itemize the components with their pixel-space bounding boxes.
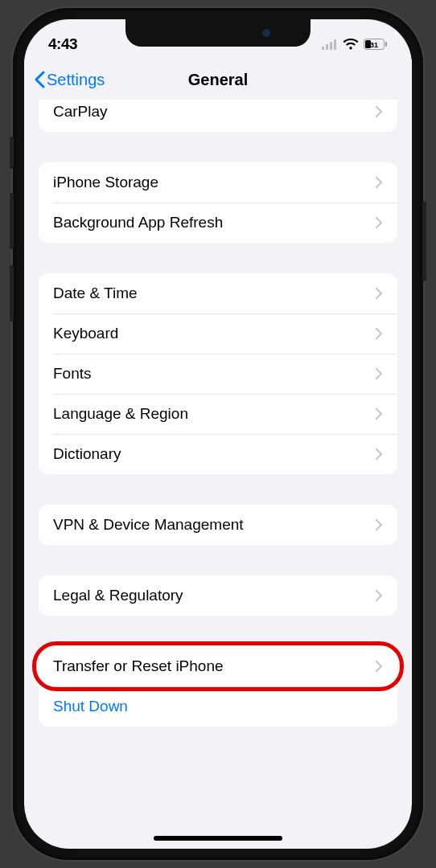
row-vpn-device-management[interactable]: VPN & Device Management (39, 505, 397, 545)
settings-group: iPhone Storage Background App Refresh (39, 162, 397, 243)
chevron-right-icon (375, 407, 383, 420)
row-label: Shut Down (53, 698, 128, 715)
status-right: 31 (322, 39, 388, 50)
svg-rect-6 (385, 42, 387, 47)
side-button (422, 201, 426, 281)
chevron-right-icon (375, 518, 383, 531)
row-label: Background App Refresh (53, 214, 223, 231)
row-keyboard[interactable]: Keyboard (39, 313, 397, 354)
svg-rect-0 (322, 47, 324, 50)
svg-rect-2 (330, 42, 332, 50)
row-iphone-storage[interactable]: iPhone Storage (39, 162, 397, 203)
chevron-right-icon (375, 660, 383, 673)
back-label: Settings (47, 71, 105, 89)
row-label: Legal & Regulatory (53, 587, 183, 604)
row-label: Fonts (53, 365, 92, 383)
row-carplay[interactable]: CarPlay (39, 100, 397, 132)
row-label: Date & Time (53, 285, 138, 302)
row-label: Dictionary (53, 445, 121, 463)
navigation-bar: Settings General (24, 59, 412, 100)
svg-rect-3 (334, 39, 336, 50)
phone-frame: 4:43 31 (13, 8, 423, 860)
row-transfer-reset-iphone[interactable]: Transfer or Reset iPhone (39, 646, 397, 686)
row-label: Language & Region (53, 405, 188, 423)
chevron-right-icon (375, 176, 383, 189)
chevron-right-icon (375, 327, 383, 340)
page-title: General (188, 71, 248, 89)
screen: 4:43 31 (24, 19, 412, 849)
settings-group: Date & Time Keyboard Fonts Language & Re… (39, 273, 397, 474)
chevron-right-icon (375, 448, 383, 461)
chevron-right-icon (375, 367, 383, 380)
settings-group: CarPlay (39, 100, 397, 132)
chevron-right-icon (375, 105, 383, 118)
side-button (10, 265, 14, 321)
chevron-right-icon (375, 589, 383, 602)
row-dictionary[interactable]: Dictionary (39, 434, 397, 474)
settings-group: Legal & Regulatory (39, 575, 397, 616)
chevron-right-icon (375, 287, 383, 300)
side-button (10, 137, 14, 169)
chevron-right-icon (375, 216, 383, 229)
status-time: 4:43 (48, 35, 77, 53)
camera-dot (262, 29, 270, 37)
row-label: iPhone Storage (53, 174, 158, 191)
row-label: Transfer or Reset iPhone (53, 657, 224, 675)
notch (125, 19, 311, 47)
row-fonts[interactable]: Fonts (39, 354, 397, 394)
row-label: Keyboard (53, 325, 118, 342)
side-button (10, 193, 14, 249)
row-date-time[interactable]: Date & Time (39, 273, 397, 313)
svg-rect-1 (326, 44, 328, 50)
settings-group: VPN & Device Management (39, 505, 397, 545)
chevron-left-icon (34, 71, 45, 88)
home-indicator[interactable] (154, 836, 282, 841)
svg-text:31: 31 (370, 41, 378, 49)
cellular-signal-icon (322, 39, 338, 50)
row-language-region[interactable]: Language & Region (39, 394, 397, 434)
back-button[interactable]: Settings (34, 71, 105, 89)
row-label: VPN & Device Management (53, 516, 244, 534)
wifi-icon (343, 39, 359, 50)
battery-icon: 31 (364, 39, 388, 50)
row-label: CarPlay (53, 103, 108, 121)
row-legal-regulatory[interactable]: Legal & Regulatory (39, 575, 397, 616)
settings-group: Transfer or Reset iPhone Shut Down (39, 646, 397, 727)
row-shut-down[interactable]: Shut Down (39, 686, 397, 727)
content-scroll[interactable]: CarPlay iPhone Storage Background App Re… (24, 100, 412, 849)
row-background-app-refresh[interactable]: Background App Refresh (39, 203, 397, 243)
